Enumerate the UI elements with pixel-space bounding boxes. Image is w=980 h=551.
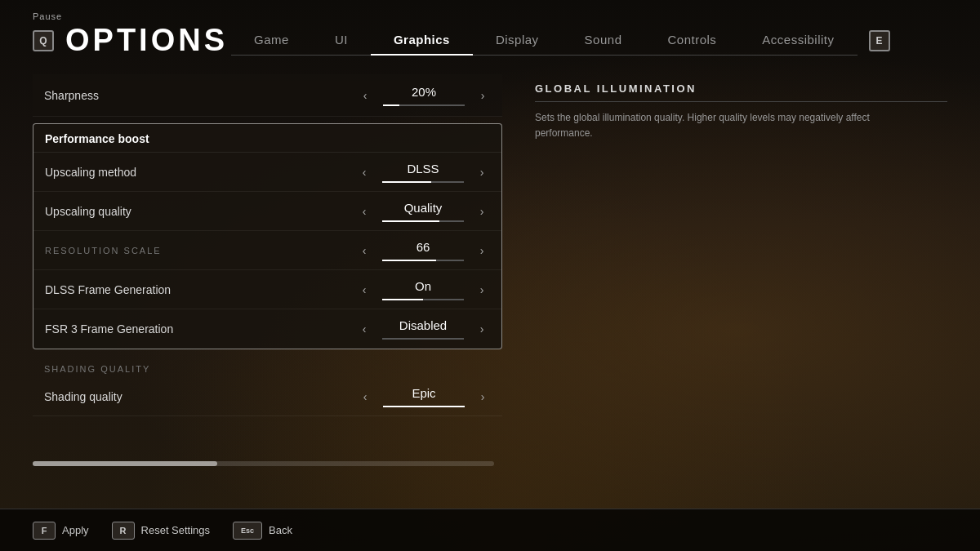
- dlss-frame-gen-fill: [382, 299, 423, 300]
- resolution-scale-control: ‹ 66 ›: [356, 240, 490, 261]
- fsr3-frame-gen-value-container: Disabled: [382, 318, 464, 340]
- resolution-scale-value: 66: [382, 240, 464, 254]
- dlss-frame-gen-dots: [382, 299, 464, 300]
- shading-quality-label: Shading quality: [44, 390, 357, 403]
- resolution-scale-label: RESOLUTION SCALE: [45, 246, 356, 256]
- tab-display[interactable]: Display: [473, 26, 562, 55]
- tab-controls[interactable]: Controls: [644, 26, 739, 55]
- shading-quality-right-arrow[interactable]: ›: [474, 389, 491, 405]
- dlss-frame-gen-value: On: [382, 279, 464, 293]
- sharpness-row: Sharpness ‹ 20% ›: [33, 74, 502, 117]
- upscaling-method-value-container: DLSS: [382, 162, 464, 183]
- page-title: OPTIONS: [65, 23, 228, 58]
- shading-quality-value-container: Epic: [383, 386, 465, 407]
- resolution-scale-value-container: 66: [382, 240, 464, 261]
- upscaling-quality-left-arrow[interactable]: ‹: [356, 203, 372, 220]
- upscaling-method-value: DLSS: [382, 162, 464, 176]
- resolution-scale-left-arrow[interactable]: ‹: [356, 242, 372, 259]
- shading-quality-control: ‹ Epic ›: [357, 386, 491, 407]
- shading-quality-value: Epic: [383, 386, 465, 400]
- upscaling-method-control: ‹ DLSS ›: [356, 162, 490, 183]
- resolution-scale-fill: [382, 260, 436, 261]
- info-description: Sets the global illumination quality. Hi…: [535, 110, 878, 141]
- back-label: Back: [269, 524, 292, 536]
- nav-area: Game UI Graphics Display Sound Controls …: [239, 26, 890, 56]
- tab-ui[interactable]: UI: [312, 26, 371, 55]
- tab-accessibility[interactable]: Accessibility: [739, 26, 857, 55]
- scroll-bar-thumb: [33, 461, 217, 466]
- fsr3-frame-gen-control: ‹ Disabled ›: [356, 318, 490, 340]
- resolution-scale-track[interactable]: [382, 260, 464, 261]
- shading-quality-section-label: Shading quality: [33, 356, 502, 377]
- upscaling-quality-value: Quality: [382, 201, 464, 215]
- sharpness-control: ‹ 20% ›: [357, 85, 491, 106]
- shading-quality-fill: [383, 406, 465, 407]
- info-section-title: GLOBAL ILLUMINATION: [535, 82, 947, 102]
- upscaling-quality-row: Upscaling quality ‹ Quality ›: [33, 192, 501, 231]
- dlss-frame-gen-left-arrow[interactable]: ‹: [356, 282, 372, 298]
- upscaling-quality-control: ‹ Quality ›: [356, 201, 490, 222]
- apply-key: F: [33, 522, 56, 540]
- tab-game[interactable]: Game: [231, 26, 312, 55]
- fsr3-frame-gen-row: FSR 3 Frame Generation ‹ Disabled ›: [33, 309, 501, 349]
- key-q-badge: Q: [33, 30, 54, 51]
- fsr3-frame-gen-label: FSR 3 Frame Generation: [45, 322, 356, 335]
- fsr3-frame-gen-dots: [382, 338, 464, 340]
- sharpness-value: 20%: [383, 85, 465, 99]
- upscaling-quality-dots: [382, 220, 464, 222]
- fsr3-frame-gen-right-arrow[interactable]: ›: [474, 321, 490, 337]
- upscaling-method-row: Upscaling method ‹ DLSS ›: [33, 153, 501, 192]
- tab-sound[interactable]: Sound: [562, 26, 645, 55]
- upscaling-method-fill: [382, 181, 431, 183]
- pause-label: Pause: [33, 11, 947, 21]
- sharpness-slider-fill: [383, 104, 399, 106]
- fsr3-frame-gen-value: Disabled: [382, 318, 464, 332]
- upscaling-method-dots: [382, 181, 464, 183]
- nav-tabs: Game UI Graphics Display Sound Controls …: [231, 26, 858, 56]
- reset-action[interactable]: R Reset Settings: [112, 522, 211, 540]
- scroll-bar-area[interactable]: [33, 461, 494, 466]
- shading-quality-left-arrow[interactable]: ‹: [357, 389, 373, 405]
- dlss-frame-gen-value-container: On: [382, 279, 464, 300]
- sharpness-slider-track[interactable]: [383, 104, 465, 106]
- dlss-frame-gen-row: DLSS Frame Generation ‹ On ›: [33, 270, 501, 309]
- resolution-scale-row: RESOLUTION SCALE ‹ 66 ›: [33, 231, 501, 270]
- tab-graphics[interactable]: Graphics: [371, 26, 473, 55]
- sharpness-label: Sharpness: [44, 89, 357, 102]
- sharpness-right-arrow[interactable]: ›: [474, 87, 491, 104]
- back-key: Esc: [233, 522, 262, 540]
- resolution-scale-right-arrow[interactable]: ›: [474, 242, 490, 259]
- performance-boost-box: Performance boost Upscaling method ‹ DLS…: [33, 123, 502, 349]
- main-content: Pause Q OPTIONS Game UI Graphics Display…: [0, 0, 980, 551]
- upscaling-quality-right-arrow[interactable]: ›: [474, 203, 490, 220]
- dlss-frame-gen-label: DLSS Frame Generation: [45, 283, 356, 296]
- apply-action[interactable]: F Apply: [33, 522, 89, 540]
- key-e-badge: E: [869, 30, 890, 51]
- dlss-frame-gen-control: ‹ On ›: [356, 279, 490, 300]
- bottom-bar: F Apply R Reset Settings Esc Back: [0, 509, 980, 551]
- main-area: Sharpness ‹ 20% › Performance boost: [0, 66, 980, 511]
- upscaling-quality-label: Upscaling quality: [45, 205, 356, 218]
- reset-key: R: [112, 522, 135, 540]
- shading-quality-dots: [383, 406, 465, 407]
- header: Pause Q OPTIONS Game UI Graphics Display…: [0, 0, 980, 58]
- fsr3-frame-gen-left-arrow[interactable]: ‹: [356, 321, 372, 337]
- upscaling-method-label: Upscaling method: [45, 166, 356, 179]
- upscaling-method-left-arrow[interactable]: ‹: [356, 164, 372, 180]
- performance-boost-header: Performance boost: [33, 124, 501, 153]
- back-action[interactable]: Esc Back: [233, 522, 292, 540]
- left-panel: Sharpness ‹ 20% › Performance boost: [0, 66, 502, 511]
- apply-label: Apply: [62, 524, 89, 536]
- reset-label: Reset Settings: [141, 524, 211, 536]
- shading-quality-row: Shading quality ‹ Epic ›: [33, 377, 502, 416]
- upscaling-quality-fill: [382, 220, 439, 222]
- sharpness-left-arrow[interactable]: ‹: [357, 87, 373, 104]
- upscaling-quality-value-container: Quality: [382, 201, 464, 222]
- sharpness-value-container: 20%: [383, 85, 465, 106]
- title-row: Q OPTIONS Game UI Graphics Display Sound…: [33, 23, 947, 58]
- dlss-frame-gen-right-arrow[interactable]: ›: [474, 282, 490, 298]
- upscaling-method-right-arrow[interactable]: ›: [474, 164, 490, 180]
- right-panel: GLOBAL ILLUMINATION Sets the global illu…: [502, 66, 980, 511]
